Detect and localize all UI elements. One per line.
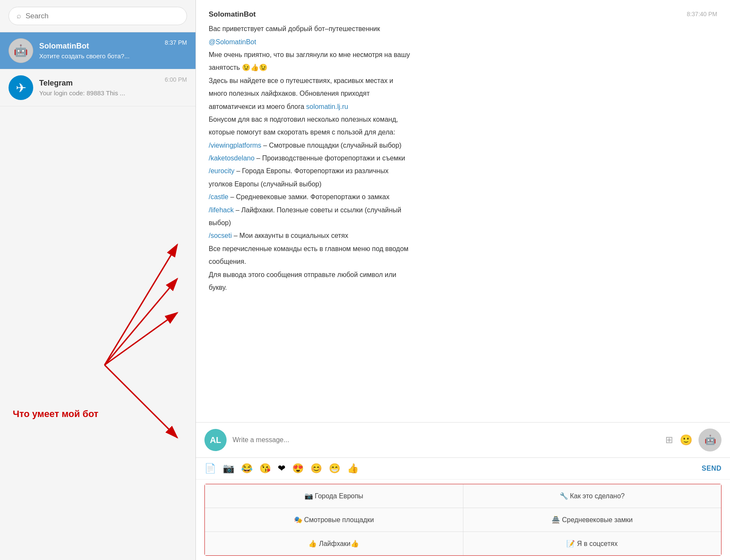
message-input-row: AL ⊞ 🙂 🤖 <box>196 423 730 458</box>
cmd-castle[interactable]: /castle <box>209 193 228 200</box>
msg-line5: много полезных лайфхаков. Обновления при… <box>209 88 717 99</box>
emoji-icon[interactable]: 🙂 <box>680 434 693 446</box>
keyboard-icon[interactable]: ⊞ <box>665 434 673 446</box>
chat-name-solomatinbot: SolomatinBot <box>39 42 159 51</box>
emoji-kiss[interactable]: 😘 <box>259 463 271 474</box>
annotation-label: Что умеет мой бот <box>13 409 98 420</box>
keyboard-btn-socseti[interactable]: 📝 Я в соцсетях <box>463 532 721 555</box>
emoji-grin[interactable]: 😁 <box>329 463 340 474</box>
emoji-heart-eyes[interactable]: 😍 <box>292 463 304 474</box>
search-input-wrap[interactable]: ⌕ <box>9 7 187 25</box>
chat-info-solomatinbot: SolomatinBot Хотите создать своего бота?… <box>39 42 159 60</box>
msg-line8: которые помогут вам скоротать время с по… <box>209 127 717 138</box>
emoji-laugh[interactable]: 😂 <box>241 463 253 474</box>
chat-preview-telegram: Your login code: 89883 This ... <box>39 89 159 97</box>
msg-cmd3b: уголков Европы (случайный выбор) <box>209 179 717 190</box>
cmd-viewingplatforms[interactable]: /viewingplatforms <box>209 142 262 149</box>
arrows-svg <box>0 106 195 560</box>
message-input[interactable] <box>233 436 659 444</box>
msg-cmd2: /kaketosdelano – Производственные фоторе… <box>209 153 717 164</box>
msg-line10: сообщения. <box>209 256 717 267</box>
keyboard-btn-castle[interactable]: 🏯 Средневековые замки <box>463 508 721 531</box>
msg-line3b: занятость 😉👍😉 <box>209 62 717 73</box>
msg-cmd6: /socseti – Мои аккаунты в социальных сет… <box>209 230 717 241</box>
message-area[interactable]: SolomatinBot 8:37:40 PM Вас приветствует… <box>196 0 730 422</box>
annotation-area: Что умеет мой бот <box>0 106 195 560</box>
msg-line4: Здесь вы найдете все о путешествиях, кра… <box>209 75 717 86</box>
cmd-eurocity[interactable]: /eurocity <box>209 167 234 174</box>
msg-line12: букву. <box>209 282 717 293</box>
msg-cmd5: /lifehack – Лайфхаки. Полезные советы и … <box>209 205 717 216</box>
telegram-icon: ✈ <box>16 80 26 95</box>
search-input[interactable] <box>26 12 179 20</box>
avatar-telegram: ✈ <box>9 75 33 100</box>
msg-line1: Вас приветствует самый добрый бот–путеше… <box>209 23 717 34</box>
svg-line-3 <box>105 245 178 365</box>
chat-item-solomatinbot[interactable]: 🤖 SolomatinBot Хотите создать своего бот… <box>0 32 195 69</box>
message-header: SolomatinBot 8:37:40 PM <box>209 9 717 20</box>
chat-preview-solomatinbot: Хотите создать своего бота?... <box>39 52 159 60</box>
emoji-bar: 📄 📷 😂 😘 ❤ 😍 😊 😁 👍 SEND <box>196 458 730 480</box>
message-body: Вас приветствует самый добрый бот–путеше… <box>209 23 717 293</box>
message-sender: SolomatinBot <box>209 9 256 20</box>
sidebar: ⌕ 🤖 SolomatinBot Хотите создать своего б… <box>0 0 196 560</box>
chat-time-solomatinbot: 8:37 PM <box>165 39 187 46</box>
msg-cmd3: /eurocity – Города Европы. Фоторепортажи… <box>209 166 717 177</box>
keyboard-btn-eurocity[interactable]: 📷 Города Европы <box>205 484 463 508</box>
svg-line-6 <box>105 365 178 438</box>
keyboard-btn-kaketosdelano[interactable]: 🔧 Как это сделано? <box>463 484 721 508</box>
chat-panel: SolomatinBot 8:37:40 PM Вас приветствует… <box>196 0 730 560</box>
chat-info-telegram: Telegram Your login code: 89883 This ... <box>39 79 159 97</box>
svg-text:🤖: 🤖 <box>14 43 28 57</box>
send-button[interactable]: SEND <box>702 465 721 472</box>
cmd-lifehack[interactable]: /lifehack <box>209 206 234 214</box>
bot-avatar-right: 🤖 <box>698 429 721 451</box>
msg-line3: Мне очень приятно, что вы заглянули ко м… <box>209 49 717 60</box>
msg-cmd1: /viewingplatforms – Смотровые площадки (… <box>209 140 717 151</box>
msg-cmd4: /castle – Средневековые замки. Фоторепор… <box>209 191 717 203</box>
msg-cmd5b: выбор) <box>209 217 717 229</box>
svg-line-5 <box>105 313 178 365</box>
keyboard-row-2: 🎭 Смотровые площадки 🏯 Средневековые зам… <box>205 508 721 532</box>
msg-line11: Для вывода этого сообщения отправьте люб… <box>209 269 717 280</box>
message-time: 8:37:40 PM <box>687 9 717 19</box>
input-area: AL ⊞ 🙂 🤖 📄 📷 😂 😘 ❤ 😍 😊 😁 👍 SEND <box>196 422 730 560</box>
emoji-smile[interactable]: 😊 <box>310 463 322 474</box>
keyboard-btn-viewingplatforms[interactable]: 🎭 Смотровые площадки <box>205 508 463 531</box>
keyboard-row-1: 📷 Города Европы 🔧 Как это сделано? <box>205 484 721 508</box>
bot-keyboard: 📷 Города Европы 🔧 Как это сделано? 🎭 Смо… <box>204 484 721 556</box>
search-icon: ⌕ <box>17 11 21 20</box>
keyboard-row-3: 👍 Лайфхаки👍 📝 Я в соцсетях <box>205 532 721 555</box>
keyboard-btn-lifehack[interactable]: 👍 Лайфхаки👍 <box>205 532 463 555</box>
blog-link[interactable]: solomatin.lj.ru <box>306 103 348 110</box>
camera-icon[interactable]: 📷 <box>223 463 234 474</box>
chat-item-telegram[interactable]: ✈ Telegram Your login code: 89883 This .… <box>0 69 195 106</box>
bot-icon-right: 🤖 <box>704 434 716 446</box>
cmd-kaketosdelano[interactable]: /kaketosdelano <box>209 154 255 162</box>
emoji-thumbsup[interactable]: 👍 <box>347 463 359 474</box>
msg-line9: Все перечисленные команды есть в главном… <box>209 243 717 254</box>
chat-name-telegram: Telegram <box>39 79 159 88</box>
chat-time-telegram: 6:00 PM <box>165 76 187 83</box>
solomatinbot-link[interactable]: @SolomatinBot <box>209 38 256 46</box>
user-avatar: AL <box>204 429 227 451</box>
avatar-solomatinbot: 🤖 <box>9 38 33 63</box>
bot-avatar-svg: 🤖 <box>9 38 33 63</box>
svg-line-4 <box>105 279 178 365</box>
attach-file-icon[interactable]: 📄 <box>204 463 216 474</box>
emoji-heart[interactable]: ❤ <box>278 463 285 474</box>
msg-line6: автоматичекси из моего блога solomatin.l… <box>209 101 717 112</box>
search-bar: ⌕ <box>0 0 195 32</box>
input-icons: ⊞ 🙂 <box>665 434 693 446</box>
msg-line2: @SolomatinBot <box>209 37 717 48</box>
cmd-socseti[interactable]: /socseti <box>209 232 232 239</box>
msg-line7: Бонусом для вас я подготовил несколько п… <box>209 114 717 125</box>
